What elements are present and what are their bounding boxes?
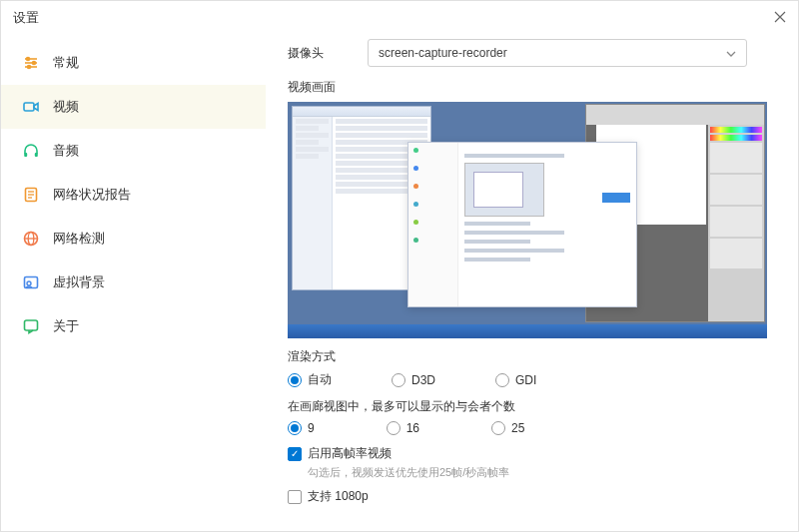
radio-dot	[288, 421, 302, 435]
camera-label: 摄像头	[288, 45, 368, 62]
high-fps-label: 启用高帧率视频	[308, 445, 392, 462]
radio-自动[interactable]: 自动	[288, 371, 332, 388]
svg-rect-18	[25, 320, 38, 330]
sidebar-item-0[interactable]: 常规	[1, 41, 266, 85]
high-fps-checkbox[interactable]: ✓ 启用高帧率视频	[288, 445, 776, 462]
sidebar-item-label: 常规	[53, 54, 79, 72]
radio-dot	[288, 373, 302, 387]
radio-dot	[387, 421, 400, 435]
radio-D3D[interactable]: D3D	[392, 371, 435, 388]
radio-label: D3D	[411, 373, 435, 387]
svg-point-3	[27, 58, 30, 61]
globe-icon	[21, 229, 41, 249]
chevron-down-icon	[726, 46, 736, 60]
radio-dot	[392, 373, 405, 387]
window-title: 设置	[13, 9, 39, 27]
high-fps-hint: 勾选后，视频发送优先使用25帧/秒高帧率	[308, 465, 776, 480]
sidebar-item-4[interactable]: 网络检测	[1, 217, 266, 261]
sidebar-item-label: 视频	[53, 98, 79, 116]
sidebar-item-5[interactable]: 虚拟背景	[1, 261, 266, 304]
radio-dot	[491, 421, 505, 435]
sliders-icon	[21, 53, 41, 73]
svg-rect-8	[35, 153, 38, 157]
headphones-icon	[21, 141, 41, 161]
camera-icon	[21, 97, 41, 117]
about-icon	[21, 316, 41, 336]
preview-label: 视频画面	[288, 79, 776, 96]
radio-25[interactable]: 25	[491, 421, 524, 435]
camera-value: screen-capture-recorder	[379, 46, 507, 60]
sidebar-item-3[interactable]: 网络状况报告	[1, 173, 266, 217]
svg-rect-7	[24, 153, 27, 157]
sidebar-item-label: 虚拟背景	[53, 273, 105, 291]
sidebar-item-label: 关于	[53, 317, 79, 335]
render-label: 渲染方式	[288, 348, 776, 365]
sidebar-item-2[interactable]: 音频	[1, 129, 266, 173]
sidebar-item-label: 音频	[53, 142, 79, 160]
support-1080p-checkbox[interactable]: 支持 1080p	[288, 488, 776, 505]
svg-point-5	[28, 66, 31, 69]
svg-point-17	[27, 281, 31, 285]
sidebar-item-label: 网络状况报告	[53, 186, 131, 204]
window-body: 常规视频音频网络状况报告网络检测虚拟背景关于 摄像头 screen-captur…	[1, 35, 798, 531]
camera-select[interactable]: screen-capture-recorder	[368, 39, 747, 67]
radio-16[interactable]: 16	[387, 421, 419, 435]
radio-label: 16	[406, 421, 419, 435]
render-options: 自动D3DGDI	[288, 371, 776, 388]
settings-window: 设置 常规视频音频网络状况报告网络检测虚拟背景关于 摄像头 screen-cap…	[0, 0, 799, 532]
radio-label: GDI	[515, 373, 536, 387]
report-icon	[21, 185, 41, 205]
svg-point-4	[33, 62, 36, 65]
checkbox-box: ✓	[288, 447, 302, 461]
background-icon	[21, 272, 41, 292]
radio-GDI[interactable]: GDI	[495, 371, 536, 388]
titlebar: 设置	[1, 1, 798, 35]
sidebar-item-1[interactable]: 视频	[1, 85, 266, 129]
sidebar: 常规视频音频网络状况报告网络检测虚拟背景关于	[1, 35, 266, 531]
checkbox-box	[288, 490, 302, 504]
gallery-options: 91625	[288, 421, 776, 435]
radio-9[interactable]: 9	[288, 421, 315, 435]
gallery-label: 在画廊视图中，最多可以显示的与会者个数	[288, 398, 776, 415]
radio-dot	[495, 373, 509, 387]
video-preview	[288, 102, 767, 338]
sidebar-item-label: 网络检测	[53, 230, 105, 248]
content-panel: 摄像头 screen-capture-recorder 视频画面	[266, 35, 798, 531]
radio-label: 自动	[308, 371, 332, 388]
support-1080p-label: 支持 1080p	[308, 488, 369, 505]
radio-label: 9	[308, 421, 315, 435]
sidebar-item-6[interactable]: 关于	[1, 304, 266, 348]
radio-label: 25	[511, 421, 524, 435]
svg-rect-6	[24, 103, 34, 111]
camera-row: 摄像头 screen-capture-recorder	[288, 39, 776, 67]
close-icon[interactable]	[774, 9, 786, 27]
